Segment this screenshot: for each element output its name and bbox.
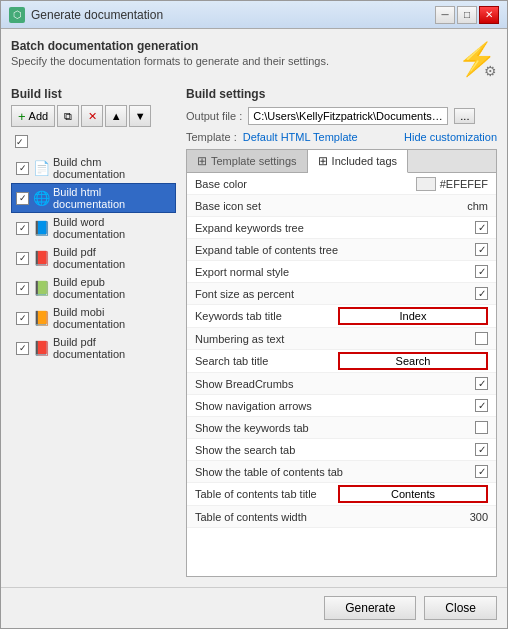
build-item-epub[interactable]: 📗Build epub documentation <box>11 273 176 303</box>
settings-row-8: Search tab title <box>187 350 496 373</box>
input-field-6[interactable] <box>338 307 488 325</box>
item-label-html: Build html documentation <box>53 186 171 210</box>
settings-row-13: Show the table of contents tab <box>187 461 496 483</box>
item-checkbox-html[interactable] <box>16 192 29 205</box>
item-icon-pdf: 📕 <box>33 250 49 266</box>
build-item-pdf2[interactable]: 📕Build pdf documentation <box>11 333 176 363</box>
item-label-mobi: Build mobi documentation <box>53 306 171 330</box>
move-up-button[interactable]: ▲ <box>105 105 127 127</box>
settings-label-7: Numbering as text <box>195 333 475 345</box>
master-checkbox-row <box>11 133 176 149</box>
header-section: Batch documentation generation Specify t… <box>11 39 497 79</box>
settings-row-2: Expand keywords tree <box>187 217 496 239</box>
close-button-footer[interactable]: Close <box>424 596 497 620</box>
item-checkbox-pdf2[interactable] <box>16 342 29 355</box>
tab-template-icon: ⊞ <box>197 154 207 168</box>
input-field-14[interactable] <box>338 485 488 503</box>
checkbox-9[interactable] <box>475 377 488 390</box>
maximize-button[interactable]: □ <box>457 6 477 24</box>
item-checkbox-epub[interactable] <box>16 282 29 295</box>
settings-value-9 <box>475 377 488 390</box>
tab-template-settings[interactable]: ⊞ Template settings <box>187 150 308 172</box>
checkbox-5[interactable] <box>475 287 488 300</box>
item-icon-chm: 📄 <box>33 160 49 176</box>
settings-row-12: Show the search tab <box>187 439 496 461</box>
settings-label-4: Export normal style <box>195 266 475 278</box>
build-item-word[interactable]: 📘Build word documentation <box>11 213 176 243</box>
settings-row-0: Base color#EFEFEF <box>187 173 496 195</box>
item-checkbox-chm[interactable] <box>16 162 29 175</box>
title-bar-left: ⬡ Generate documentation <box>9 7 163 23</box>
settings-label-8: Search tab title <box>195 355 338 367</box>
move-down-button[interactable]: ▼ <box>129 105 151 127</box>
tabs-header: ⊞ Template settings ⊞ Included tags <box>187 150 496 173</box>
settings-value-0: #EFEFEF <box>416 177 488 191</box>
build-item-html[interactable]: 🌐Build html documentation <box>11 183 176 213</box>
settings-value-10 <box>475 399 488 412</box>
build-list-toolbar: + Add ⧉ ✕ ▲ ▼ <box>11 105 176 127</box>
tab-included-tags[interactable]: ⊞ Included tags <box>308 150 408 173</box>
copy-button[interactable]: ⧉ <box>57 105 79 127</box>
item-checkbox-mobi[interactable] <box>16 312 29 325</box>
settings-label-14: Table of contents tab title <box>195 488 338 500</box>
output-file-row: Output file : C:\Users\KellyFitzpatrick\… <box>186 107 497 125</box>
build-items-list: 📄Build chm documentation🌐Build html docu… <box>11 153 176 363</box>
gear-icon: ⚙ <box>484 63 497 79</box>
tab-included-label: Included tags <box>332 155 397 167</box>
settings-value-6 <box>338 307 488 325</box>
build-item-chm[interactable]: 📄Build chm documentation <box>11 153 176 183</box>
checkbox-7[interactable] <box>475 332 488 345</box>
build-item-mobi[interactable]: 📙Build mobi documentation <box>11 303 176 333</box>
master-checkbox[interactable] <box>15 135 28 148</box>
checkbox-11[interactable] <box>475 421 488 434</box>
settings-value-7 <box>475 332 488 345</box>
settings-label-11: Show the keywords tab <box>195 422 475 434</box>
settings-value-11 <box>475 421 488 434</box>
output-browse-button[interactable]: ... <box>454 108 475 124</box>
checkbox-10[interactable] <box>475 399 488 412</box>
input-field-8[interactable] <box>338 352 488 370</box>
settings-value-4 <box>475 265 488 278</box>
settings-row-9: Show BreadCrumbs <box>187 373 496 395</box>
batch-description: Specify the documentation formats to gen… <box>11 55 329 67</box>
item-icon-mobi: 📙 <box>33 310 49 326</box>
settings-label-0: Base color <box>195 178 416 190</box>
generate-button[interactable]: Generate <box>324 596 416 620</box>
checkbox-4[interactable] <box>475 265 488 278</box>
checkbox-12[interactable] <box>475 443 488 456</box>
settings-value-14 <box>338 485 488 503</box>
settings-label-5: Font size as percent <box>195 288 475 300</box>
main-window: ⬡ Generate documentation ─ □ ✕ Batch doc… <box>0 0 508 629</box>
template-value-link[interactable]: Default HTML Template <box>243 131 358 143</box>
add-button[interactable]: + Add <box>11 105 55 127</box>
build-item-pdf[interactable]: 📕Build pdf documentation <box>11 243 176 273</box>
item-label-word: Build word documentation <box>53 216 171 240</box>
color-swatch-0[interactable] <box>416 177 436 191</box>
settings-row-1: Base icon setchm <box>187 195 496 217</box>
settings-row-15: Table of contents width300 <box>187 506 496 528</box>
minimize-button[interactable]: ─ <box>435 6 455 24</box>
checkbox-3[interactable] <box>475 243 488 256</box>
build-settings-panel: Build settings Output file : C:\Users\Ke… <box>186 87 497 577</box>
settings-label-3: Expand table of contents tree <box>195 244 475 256</box>
settings-value-1: chm <box>467 200 488 212</box>
checkbox-2[interactable] <box>475 221 488 234</box>
settings-row-11: Show the keywords tab <box>187 417 496 439</box>
build-list-panel: Build list + Add ⧉ ✕ ▲ <box>11 87 176 577</box>
output-value[interactable]: C:\Users\KellyFitzpatrick\Documents\Help… <box>248 107 448 125</box>
item-checkbox-pdf[interactable] <box>16 252 29 265</box>
arrow-up-icon: ▲ <box>111 110 122 122</box>
item-label-pdf2: Build pdf documentation <box>53 336 171 360</box>
item-icon-html: 🌐 <box>33 190 49 206</box>
checkbox-13[interactable] <box>475 465 488 478</box>
settings-label-13: Show the table of contents tab <box>195 466 475 478</box>
item-label-epub: Build epub documentation <box>53 276 171 300</box>
item-checkbox-word[interactable] <box>16 222 29 235</box>
settings-value-13 <box>475 465 488 478</box>
window-title: Generate documentation <box>31 8 163 22</box>
close-button[interactable]: ✕ <box>479 6 499 24</box>
tab-template-label: Template settings <box>211 155 297 167</box>
delete-icon: ✕ <box>88 110 97 123</box>
delete-button[interactable]: ✕ <box>81 105 103 127</box>
hide-customization-link[interactable]: Hide customization <box>404 131 497 143</box>
